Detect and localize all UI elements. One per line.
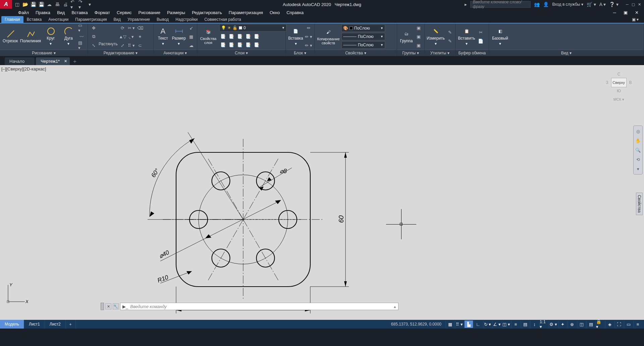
layer-tool-icon[interactable]: 📑	[219, 41, 227, 48]
add-layout-button[interactable]: ＋	[66, 320, 76, 329]
linetype-combo[interactable]: ПоСлою▼	[341, 41, 385, 49]
color-combo[interactable]: 🎨 ПоСлою▼	[341, 24, 385, 32]
mirror-icon[interactable]: ▲▽	[119, 33, 126, 40]
cleanscreen-icon[interactable]: ▭	[624, 320, 633, 328]
explode-icon[interactable]: ✴	[137, 33, 144, 40]
cut-icon[interactable]: ✂	[477, 29, 484, 36]
layer-tool-icon[interactable]: 📑	[228, 33, 235, 40]
layer-tool-icon[interactable]: 📑	[236, 33, 244, 40]
ribtab-parametric[interactable]: Параметризация	[72, 16, 110, 23]
menu-parametric[interactable]: Параметризация	[225, 9, 266, 16]
orbit-icon[interactable]: ⟲	[635, 156, 641, 163]
menu-file[interactable]: Файл	[15, 9, 32, 16]
layer-tool-icon[interactable]: 📑	[253, 33, 260, 40]
tool-paste[interactable]: 📋 Вставить▾	[458, 25, 476, 48]
tool-insert-block[interactable]: 📄 Вставка▾	[288, 25, 304, 48]
menu-window[interactable]: Окно	[266, 9, 283, 16]
add-tab-button[interactable]: ＋	[71, 58, 78, 65]
layer-tool-icon[interactable]: 📑	[253, 41, 260, 48]
doc-minimize-button[interactable]: ─	[610, 9, 620, 16]
block-icon[interactable]: ✏	[305, 24, 312, 32]
ribtab-manage[interactable]: Управление	[124, 16, 153, 23]
annoscale-icon[interactable]: 1:1 ▾	[539, 320, 548, 328]
lockui-icon[interactable]: 🔒 ▾	[596, 320, 604, 328]
lineweight-toggle-icon[interactable]: ≡	[511, 320, 520, 328]
gear-icon[interactable]: ⚙ ▾	[549, 320, 557, 328]
menu-modify[interactable]: Редактировать	[189, 9, 225, 16]
ribtab-addins[interactable]: Надстройки	[172, 16, 201, 23]
featured-apps-icon[interactable]: ▣ ▾	[629, 16, 642, 23]
cmd-drag-handle[interactable]	[101, 303, 104, 310]
ribtab-insert[interactable]: Вставка	[23, 16, 45, 23]
copy-clip-icon[interactable]: 📄	[477, 37, 484, 45]
drawing-canvas[interactable]: [–][Сверху][2D-каркас]	[0, 65, 644, 320]
annomonitor-icon[interactable]: ⊕	[568, 320, 576, 328]
trim-icon[interactable]: ✂ ▾	[128, 24, 135, 32]
layer-tool-icon[interactable]: 📑	[236, 41, 244, 48]
tool-text[interactable]: A Текст▾	[156, 25, 170, 48]
stretch-icon[interactable]: ⤡	[90, 42, 97, 49]
layout-sheet1[interactable]: Лист1	[24, 320, 45, 329]
cmd-history-button[interactable]: ▴	[394, 304, 396, 309]
tool-baseview[interactable]: ◧ Базовый▾	[491, 25, 509, 48]
print-icon[interactable]: 🖨	[62, 1, 68, 7]
infocenter-icon[interactable]: 👥	[534, 2, 540, 7]
panel-draw-title[interactable]: Рисование ▾	[0, 50, 88, 56]
maximize-button[interactable]: ▢	[631, 2, 636, 7]
erase-icon[interactable]: ⌫	[137, 24, 144, 32]
undo-icon[interactable]: ↶ ▾	[70, 1, 76, 7]
close-icon[interactable]: ✕	[64, 59, 67, 63]
isolate-icon[interactable]: ◈	[605, 320, 614, 328]
layer-tool-icon[interactable]: 📑	[245, 41, 252, 48]
filetab-home[interactable]: Начало	[5, 57, 35, 65]
menu-edit[interactable]: Правка	[32, 9, 54, 16]
rectangle-icon[interactable]: ▭ ▾	[78, 24, 86, 32]
cmd-settings-button[interactable]: 🔧	[113, 303, 119, 309]
grid-toggle-icon[interactable]: ▦	[445, 320, 454, 328]
close-button[interactable]: ✕	[637, 2, 642, 7]
hardware-icon[interactable]: ⛶	[614, 320, 623, 328]
zoom-icon[interactable]: 🔍	[635, 147, 641, 153]
saveas-icon[interactable]: 💾	[38, 1, 44, 7]
coordinates-display[interactable]: 685.1373, 512.9629, 0.0000	[388, 322, 445, 327]
save-icon[interactable]: 💾	[30, 1, 36, 7]
menu-tools[interactable]: Сервис	[113, 9, 135, 16]
tool-layer-props[interactable]: 📚 Свойства слоя	[199, 26, 217, 47]
qat-more-icon[interactable]: ▾	[87, 1, 93, 7]
snap-toggle-icon[interactable]: ⠿ ▾	[455, 320, 464, 328]
layer-tool-icon[interactable]: 📑	[228, 41, 235, 48]
ucs-label[interactable]: МСК ▾	[613, 97, 625, 102]
block-icon[interactable]: ✏ ▾	[305, 33, 312, 40]
layout-model[interactable]: Модель	[0, 320, 24, 329]
menu-help[interactable]: Справка	[283, 9, 307, 16]
menu-view[interactable]: Вид	[54, 9, 68, 16]
array-icon[interactable]: ⠿ ▾	[128, 42, 135, 49]
tool-circle[interactable]: Круг▾	[43, 25, 59, 48]
cycling-icon[interactable]: ↕	[530, 320, 539, 328]
plot-icon[interactable]: 🖶	[54, 1, 60, 7]
layer-combo[interactable]: 💡 ☀ 🔓 0 ▼	[219, 24, 286, 32]
doc-close-button[interactable]: ✕	[632, 9, 642, 16]
signin-link[interactable]: Вход в службы ▾	[552, 2, 583, 7]
rotate-icon[interactable]: ⟳	[119, 24, 126, 32]
otrack-toggle-icon[interactable]: ◫ ▾	[502, 320, 511, 328]
panel-groups-title[interactable]: Группы ▾	[397, 50, 424, 56]
menu-format[interactable]: Формат	[91, 9, 113, 16]
layer-tool-icon[interactable]: 📑	[219, 33, 227, 40]
filetab-drawing1[interactable]: Чертеж1*✕	[36, 57, 70, 65]
group-icon[interactable]: ▣	[415, 24, 422, 32]
cart-icon[interactable]: 🛒 ▾	[587, 2, 596, 7]
a360-icon[interactable]: A ▾	[599, 2, 606, 7]
menu-draw[interactable]: Рисование	[135, 9, 163, 16]
user-icon[interactable]: 👤	[543, 2, 549, 7]
redo-icon[interactable]: ↷ ▾	[78, 1, 85, 7]
panel-block-title[interactable]: Блок ▾	[286, 50, 314, 56]
vc-top-face[interactable]: Сверху	[611, 78, 627, 87]
tool-line[interactable]: Отрезок	[2, 25, 18, 48]
tool-group[interactable]: 🗂 Группа	[399, 25, 414, 48]
panel-util-title[interactable]: Утилиты ▾	[425, 50, 455, 56]
view-cube[interactable]: С З Сверху В Ю МСК ▾	[604, 72, 634, 112]
layout-sheet2[interactable]: Лист2	[45, 320, 66, 329]
ortho-toggle-icon[interactable]: ▙	[464, 320, 473, 328]
units-icon[interactable]: ◫	[577, 320, 586, 328]
